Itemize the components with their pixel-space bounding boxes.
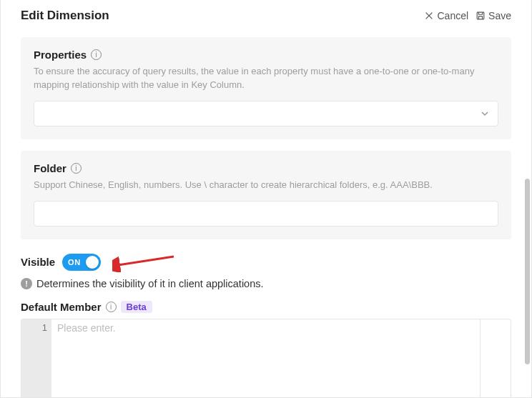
cancel-label: Cancel	[437, 10, 468, 21]
info-icon[interactable]: i	[106, 302, 117, 312]
properties-heading-text: Properties	[34, 49, 87, 61]
svg-rect-0	[477, 12, 484, 19]
scrollbar-thumb[interactable]	[525, 179, 530, 364]
toggle-knob	[86, 256, 99, 269]
folder-heading-text: Folder	[34, 162, 66, 174]
save-button[interactable]: Save	[476, 10, 511, 21]
properties-select[interactable]	[34, 101, 498, 126]
default-member-label: Default Member	[21, 301, 102, 313]
folder-input[interactable]	[34, 201, 498, 227]
chevron-down-icon	[481, 109, 489, 118]
save-label: Save	[488, 10, 511, 21]
default-member-editor[interactable]: 1 Please enter.	[21, 319, 511, 397]
annotation-arrow	[112, 252, 177, 272]
cancel-button[interactable]: Cancel	[424, 10, 468, 21]
line-number: 1	[21, 322, 47, 333]
properties-panel: Properties i To ensure the accuracy of q…	[21, 37, 511, 139]
scrollbar-track[interactable]	[523, 0, 531, 397]
info-icon[interactable]: i	[71, 163, 82, 174]
close-icon	[424, 11, 434, 21]
editor-body[interactable]: Please enter.	[51, 319, 511, 397]
visible-row: Visible ON	[21, 252, 511, 272]
info-icon[interactable]: i	[91, 49, 102, 60]
page-title: Edit Dimension	[21, 9, 109, 23]
visible-toggle[interactable]: ON	[62, 254, 101, 271]
save-icon	[476, 11, 486, 21]
properties-hint: To ensure the accuracy of query results,…	[34, 65, 498, 92]
default-member-header: Default Member i Beta	[21, 301, 511, 313]
visible-label: Visible	[21, 256, 55, 268]
beta-badge: Beta	[121, 301, 152, 313]
folder-hint: Support Chinese, English, numbers. Use \…	[34, 179, 498, 192]
header-actions: Cancel Save	[424, 10, 511, 21]
header: Edit Dimension Cancel Save	[21, 9, 511, 23]
svg-line-2	[118, 257, 174, 265]
folder-panel: Folder i Support Chinese, English, numbe…	[21, 151, 511, 239]
properties-heading: Properties i	[34, 49, 498, 61]
visible-description-text: Determines the visibility of it in clien…	[36, 278, 264, 289]
toggle-text: ON	[68, 258, 81, 267]
info-solid-icon: !	[21, 278, 32, 289]
visible-description: ! Determines the visibility of it in cli…	[21, 278, 511, 289]
folder-heading: Folder i	[34, 162, 498, 174]
editor-gutter: 1	[21, 319, 51, 397]
